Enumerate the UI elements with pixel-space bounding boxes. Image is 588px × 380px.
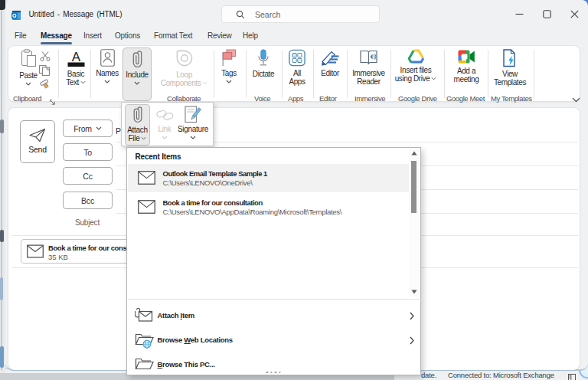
attach-file-label-line2: File xyxy=(129,134,147,142)
from-label: From xyxy=(74,124,92,133)
basic-text-button[interactable]: A Basic Text xyxy=(60,49,92,87)
attachment-size: 35 KB xyxy=(48,253,68,261)
dictate-button[interactable]: Dictate xyxy=(247,49,279,78)
basic-text-label-line1: Basic xyxy=(67,70,84,78)
background-window-edge xyxy=(1,10,2,370)
maximize-button[interactable] xyxy=(533,0,560,28)
templates-label-line1: View xyxy=(502,70,518,78)
close-button[interactable] xyxy=(560,0,588,28)
bcc-button[interactable]: Bcc xyxy=(63,192,113,209)
menu-options[interactable]: Options xyxy=(115,31,140,40)
tags-button[interactable]: Tags xyxy=(217,49,241,84)
signature-item[interactable]: Signature xyxy=(177,103,209,145)
immersive-reader-button[interactable]: Immersive Reader xyxy=(348,49,389,86)
recent-item-2[interactable]: Book a time for our consultation C:\User… xyxy=(128,193,410,221)
menu-file[interactable]: File xyxy=(15,31,26,40)
send-button[interactable]: Send xyxy=(20,120,55,163)
tags-label: Tags xyxy=(221,69,237,77)
menu-help[interactable]: Help xyxy=(243,31,258,40)
minimize-button[interactable] xyxy=(505,0,533,28)
attach-file-item[interactable]: Attach File xyxy=(125,103,150,145)
voice-group-label: Voice xyxy=(254,94,270,103)
link-item: Link xyxy=(152,103,177,145)
background-window-mark xyxy=(0,277,3,300)
all-apps-label-line1: All xyxy=(293,69,301,77)
templates-group-label: My Templates xyxy=(491,94,532,103)
paperclip-icon xyxy=(132,106,143,123)
bcc-label: Bcc xyxy=(81,196,94,205)
menu-insert[interactable]: Insert xyxy=(83,31,102,40)
recent-item-title: Outlook Email Template Sample 1 xyxy=(163,169,267,178)
envelope-icon xyxy=(138,171,155,185)
cc-button[interactable]: Cc xyxy=(63,167,113,185)
scrollbar-thumb[interactable] xyxy=(411,161,416,213)
scroll-down-icon[interactable] xyxy=(411,290,417,294)
browse-web-locations-row[interactable]: Browse Web Locations xyxy=(128,329,421,352)
view-templates-button[interactable]: View Templates xyxy=(490,49,530,87)
chevron-down-icon xyxy=(162,136,168,139)
include-button[interactable]: Include xyxy=(122,48,152,101)
recent-items-header: Recent Items xyxy=(136,152,181,161)
google-meet-icon xyxy=(458,49,475,64)
drive-group-label: Google Drive xyxy=(398,94,437,103)
menu-bar: File Message Insert Options Format Text … xyxy=(5,28,588,45)
menu-format-text[interactable]: Format Text xyxy=(154,31,192,40)
names-button[interactable]: Names xyxy=(92,49,122,84)
copy-button[interactable] xyxy=(39,65,51,78)
search-box[interactable]: Search xyxy=(221,5,380,23)
background-window-mark xyxy=(0,230,4,242)
drive-label-line2: using Drive xyxy=(395,74,437,83)
chevron-down-icon xyxy=(134,81,140,85)
chevron-down-icon xyxy=(226,80,232,84)
connection-status: Connected to: Microsoft Exchange xyxy=(448,371,554,379)
send-icon xyxy=(28,128,47,142)
all-apps-button[interactable]: All Apps xyxy=(283,49,312,86)
resize-gripper[interactable] xyxy=(266,372,281,374)
menu-review[interactable]: Review xyxy=(207,31,232,40)
scroll-up-icon[interactable] xyxy=(411,151,417,156)
link-icon xyxy=(156,108,174,122)
cut-button[interactable] xyxy=(40,51,51,64)
to-button[interactable]: To xyxy=(63,143,113,161)
submenu-arrow-icon xyxy=(410,312,414,320)
recent-item-1[interactable]: Outlook Email Template Sample 1 C:\Users… xyxy=(128,164,410,192)
attach-file-label-line1: Attach xyxy=(127,126,148,134)
collapse-ribbon-chevron[interactable] xyxy=(572,92,580,106)
group-separator xyxy=(58,50,59,98)
immersive-reader-icon xyxy=(360,49,378,67)
background-window-mark xyxy=(0,346,4,368)
group-separator xyxy=(246,50,247,98)
insert-files-drive-button[interactable]: Insert files using Drive xyxy=(394,49,438,83)
to-label: To xyxy=(83,148,92,157)
editor-button[interactable]: Editor xyxy=(315,49,345,77)
active-tab-underline xyxy=(41,42,72,44)
send-label: Send xyxy=(28,145,47,154)
from-field-value: P xyxy=(116,126,121,136)
paste-button[interactable]: Paste xyxy=(15,49,42,86)
from-button[interactable]: From xyxy=(63,120,113,137)
envelope-icon xyxy=(138,200,155,214)
immersive-group-label: Immersive xyxy=(354,94,385,103)
paperclip-icon xyxy=(132,50,143,68)
browse-this-pc-row[interactable]: Browse This PC... xyxy=(128,353,421,377)
chevron-down-icon xyxy=(141,136,146,140)
group-separator xyxy=(488,50,488,98)
attach-item-row[interactable]: Attach Item xyxy=(128,304,421,328)
attach-item-icon xyxy=(135,307,154,324)
reading-pane-icon[interactable] xyxy=(568,371,576,380)
chevron-down-icon xyxy=(190,136,196,139)
signature-label: Signature xyxy=(178,125,208,133)
window-title: Untitled - Message (HTML) xyxy=(29,10,122,18)
cut-icon xyxy=(40,51,51,61)
include-label: Include xyxy=(126,70,148,79)
attach-file-menu: Recent Items Outlook Email Template Samp… xyxy=(126,147,421,375)
add-meeting-button[interactable]: Add a meeting xyxy=(446,49,486,84)
templates-label-line2: Templates xyxy=(494,78,526,87)
format-painter-button[interactable] xyxy=(39,79,51,92)
scrollbar[interactable] xyxy=(409,149,419,296)
microphone-icon xyxy=(257,49,270,67)
immersive-label-line2: Reader xyxy=(357,77,380,86)
editor-group-label: Editor xyxy=(319,94,336,103)
menu-message[interactable]: Message xyxy=(41,31,72,40)
status-text-partial: date. xyxy=(421,371,436,379)
